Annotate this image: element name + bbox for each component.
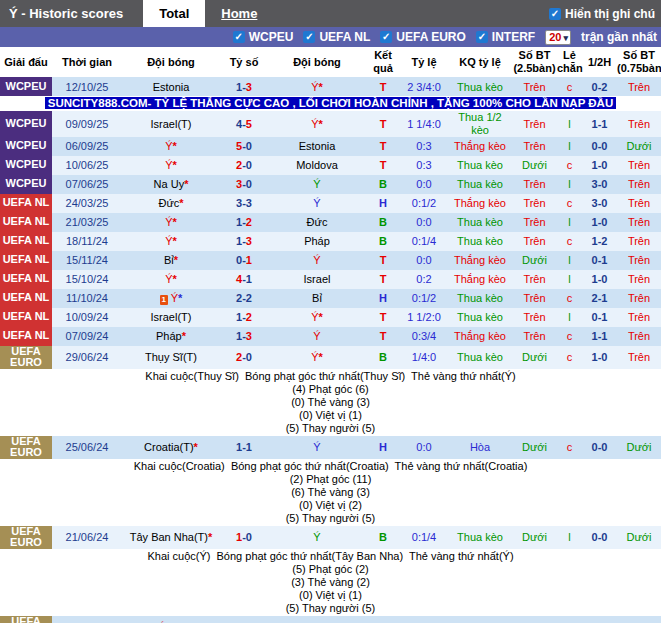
away-team: Ý* bbox=[268, 111, 366, 136]
away-team: Ý bbox=[268, 251, 366, 270]
score-cell: 1-3 bbox=[220, 327, 268, 346]
ad-row: SUNCITY888.COM- TỶ LỆ THẮNG CỰC CAO , LỐ… bbox=[0, 96, 661, 111]
over-under-0-75-goal: Trên bbox=[617, 251, 661, 270]
home-team-name: Bỉ bbox=[164, 254, 174, 266]
interf-checkbox-icon[interactable] bbox=[476, 31, 488, 43]
away-team-name: Bỉ bbox=[312, 292, 322, 304]
score-cell: 1-2 bbox=[220, 308, 268, 327]
odd-even: l bbox=[557, 213, 582, 232]
league-badge: UEFA NL bbox=[0, 194, 52, 213]
match-result: T bbox=[366, 156, 400, 175]
half-time-score: 0-2 bbox=[582, 77, 617, 96]
red-card-icon: 1 bbox=[160, 295, 168, 305]
over-under-2-5-goal: Dưới bbox=[512, 526, 557, 549]
odd-even: l bbox=[557, 137, 582, 156]
home-team: Tây Ban Nha(T)* bbox=[122, 526, 220, 549]
wcpeu-checkbox-icon[interactable] bbox=[233, 31, 245, 43]
half-time-score: 1-0 bbox=[582, 213, 617, 232]
home-team-name: Ý bbox=[165, 216, 172, 228]
home-team: Thụy Sĩ(T) bbox=[122, 346, 220, 369]
half-time-score: 0-0 bbox=[582, 137, 617, 156]
filter-interf[interactable]: INTERF bbox=[476, 30, 535, 44]
show-notes-toggle[interactable]: Hiển thị ghi chú bbox=[549, 0, 661, 27]
recent-count-select[interactable]: 20 bbox=[545, 30, 571, 45]
match-note: Khai cuộc(Ý) Bóng phạt góc thứ nhất(Tây … bbox=[0, 549, 661, 616]
interf-label: INTERF bbox=[492, 30, 535, 44]
uefa-nl-label: UEFA NL bbox=[319, 30, 370, 44]
league-badge: WCPEU bbox=[0, 175, 52, 194]
score-away: 2 bbox=[246, 216, 252, 228]
away-team: Albania bbox=[268, 616, 366, 623]
handicap-result: Thua kèo bbox=[448, 289, 512, 308]
away-team: Pháp bbox=[268, 232, 366, 251]
home-team-favorite-star: * bbox=[179, 197, 183, 209]
home-team-favorite-star: * bbox=[173, 159, 177, 171]
away-team: Ý bbox=[268, 175, 366, 194]
page-title: Ý - Historic scores bbox=[0, 0, 143, 27]
home-team: Ý* bbox=[122, 232, 220, 251]
filter-uefa-euro[interactable]: UEFA EURO bbox=[380, 30, 466, 44]
home-team: Na Uy* bbox=[122, 175, 220, 194]
match-result: T bbox=[366, 327, 400, 346]
half-time-score: 3-0 bbox=[582, 194, 617, 213]
chevron-down-icon bbox=[561, 30, 568, 44]
uefa-euro-checkbox-icon[interactable] bbox=[380, 31, 392, 43]
show-notes-checkbox-icon[interactable] bbox=[549, 8, 561, 20]
home-team-favorite-star: * bbox=[178, 292, 182, 304]
half-time-score: 0-0 bbox=[582, 526, 617, 549]
match-result: T bbox=[366, 308, 400, 327]
match-row: UEFA NL21/03/25Ý*1-2ĐứcB0:0Thua kèoTrênl… bbox=[0, 213, 661, 232]
match-date: 15/10/24 bbox=[52, 270, 122, 289]
match-date: 12/10/25 bbox=[52, 77, 122, 96]
uefa-nl-checkbox-icon[interactable] bbox=[303, 31, 315, 43]
away-team-name: Đức bbox=[307, 216, 328, 228]
tab-total[interactable]: Total bbox=[143, 0, 205, 27]
match-date: 29/06/24 bbox=[52, 346, 122, 369]
match-result: B bbox=[366, 232, 400, 251]
home-team-favorite-star: * bbox=[173, 273, 177, 285]
home-team-favorite-star: * bbox=[208, 531, 212, 543]
recent-count-suffix: trận gần nhất bbox=[581, 30, 657, 44]
handicap-odds: 0:0 bbox=[400, 251, 448, 270]
match-result: B bbox=[366, 213, 400, 232]
header-date: Thời gian bbox=[52, 47, 122, 77]
uefa-euro-label: UEFA EURO bbox=[396, 30, 466, 44]
home-team-favorite-star: * bbox=[173, 216, 177, 228]
over-under-2-5-goal: Trên bbox=[512, 270, 557, 289]
home-team-name: Đức bbox=[158, 197, 179, 209]
league-badge: UEFA NL bbox=[0, 327, 52, 346]
match-date: 16/06/24 bbox=[52, 616, 122, 623]
handicap-result: Thắng kèo bbox=[448, 327, 512, 346]
match-date: 09/09/25 bbox=[52, 111, 122, 136]
home-team-favorite-star: * bbox=[173, 140, 177, 152]
handicap-result: Thua 1/2 kèo bbox=[448, 111, 512, 136]
league-badge: UEFA NL bbox=[0, 251, 52, 270]
note-events-title: Khai cuộc(Ý) Bóng phạt góc thứ nhất(Tây … bbox=[0, 550, 661, 563]
away-team-name: Ý bbox=[313, 178, 320, 190]
history-table-header: Giải đấu Thời gian Đội bóng Tỷ số Đội bó… bbox=[0, 47, 661, 77]
half-time-score: 0-1 bbox=[582, 251, 617, 270]
note-stat-line: (0) Việt vị (1) bbox=[0, 589, 661, 602]
home-team-name: Ý bbox=[171, 292, 178, 304]
filter-wcpeu[interactable]: WCPEU bbox=[233, 30, 294, 44]
match-result: H bbox=[366, 194, 400, 213]
home-team: Croatia(T)* bbox=[122, 436, 220, 459]
ad-banner-link[interactable]: SUNCITY888.COM- TỶ LỆ THẮNG CỰC CAO , LỐ… bbox=[45, 97, 616, 109]
tab-home[interactable]: Home bbox=[205, 0, 273, 27]
score-cell: 1-2 bbox=[220, 213, 268, 232]
over-under-2-5-goal: Trên bbox=[512, 308, 557, 327]
away-team: Israel bbox=[268, 270, 366, 289]
match-note-row: Khai cuộc(Thuy Sĩ) Bóng phạt góc thứ nhấ… bbox=[0, 369, 661, 436]
away-team-name: Ý bbox=[313, 197, 320, 209]
over-under-0-75-goal: Trên bbox=[617, 213, 661, 232]
away-team-name: Ý bbox=[311, 81, 318, 93]
match-note: Khai cuộc(Croatia) Bóng phạt góc thứ nhấ… bbox=[0, 459, 661, 526]
filter-uefa-nl[interactable]: UEFA NL bbox=[303, 30, 370, 44]
score-cell: 1-1 bbox=[220, 436, 268, 459]
score-away: 1 bbox=[246, 441, 252, 453]
over-under-0-75-goal: Trên bbox=[617, 270, 661, 289]
header-home-team: Đội bóng bbox=[122, 47, 220, 77]
away-team: Ý* bbox=[268, 346, 366, 369]
score-cell: 2-0 bbox=[220, 346, 268, 369]
home-team-name: Pháp bbox=[156, 330, 182, 342]
